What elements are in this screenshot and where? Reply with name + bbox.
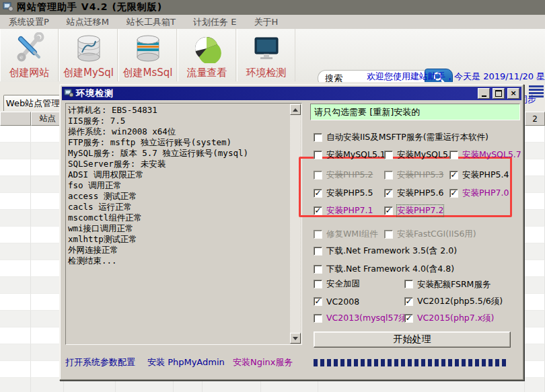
checkbox-php-7[interactable]: ✓安装PHP7.2	[384, 205, 449, 217]
monitor-icon	[251, 32, 282, 65]
dialog-titlebar[interactable]: 环境检测 ×	[62, 87, 521, 100]
checkbox-unchecked-icon[interactable]	[314, 247, 322, 256]
checkbox-vc-0[interactable]: ✓VC2008	[314, 297, 404, 307]
checkbox-repair-1: 安装FastCGI(IIS6用)	[384, 229, 476, 240]
table-cell	[525, 344, 545, 361]
checkbox-php-6[interactable]: ✓安装PHP7.1	[314, 205, 384, 217]
checkbox-php-3[interactable]: ✓安装PHP5.5	[314, 188, 384, 199]
table-cell	[525, 227, 545, 243]
progress-dashes	[314, 359, 509, 366]
mssql-database-icon	[133, 32, 164, 65]
checkbox-checked-icon[interactable]: ✓	[314, 297, 322, 306]
menu-item[interactable]: 计划任务 E	[184, 15, 245, 30]
close-button[interactable]: ×	[507, 88, 519, 99]
start-process-button[interactable]: 开始处理	[314, 331, 511, 348]
checkbox-checked-icon[interactable]: ✓	[404, 314, 413, 323]
table-cell	[0, 143, 31, 159]
scroll-down-button[interactable]	[290, 333, 301, 344]
checkbox-php-5[interactable]: ✓安装PHP7.0	[449, 188, 509, 199]
checkbox-label: 安装PHP5.5	[326, 188, 373, 199]
scroll-up-button[interactable]	[290, 104, 301, 115]
toolbar-button[interactable]: 创建网站	[0, 29, 59, 81]
checkbox-mysql-0[interactable]: 安装MySQL5.1	[314, 149, 384, 161]
log-scrollbar[interactable]	[290, 104, 301, 344]
checkbox-checked-icon[interactable]: ✓	[449, 189, 458, 198]
toolbar-button-label: 创建网站	[9, 67, 50, 79]
checkbox-label: 安装配额FSRM服务	[417, 280, 503, 288]
table-cell	[0, 227, 31, 243]
dialog-link[interactable]: 安装Nginx服务	[233, 356, 293, 368]
menu-item[interactable]: 系统设置P	[0, 15, 58, 30]
toolbar-button[interactable]: 创建MySql	[59, 29, 118, 81]
checkbox-php-2[interactable]: ✓安装PHP5.4	[449, 169, 509, 181]
toolbar-button[interactable]: 环境检测	[237, 29, 295, 81]
checkbox-php-4[interactable]: ✓安装PHP5.6	[384, 188, 449, 199]
checkbox-unchecked-icon[interactable]	[449, 151, 458, 159]
toolbar-button[interactable]: 创建MsSql	[118, 29, 177, 81]
checkbox-checked-icon[interactable]: ✓	[314, 189, 322, 198]
checkbox-net-1[interactable]: 下载.Net Framework 4.0(含4.8)	[314, 264, 454, 275]
checkbox-label: 安装PHP5.2	[326, 169, 373, 181]
checkbox-label: 安装PHP7.2	[397, 205, 443, 217]
dialog-link[interactable]: 打开系统参数配置	[65, 356, 135, 368]
mysql-database-icon	[73, 32, 104, 65]
table-header-cell[interactable]: 2	[525, 112, 545, 126]
maximize-button[interactable]	[493, 88, 505, 99]
table-cell	[0, 294, 31, 311]
checkbox-vc-1[interactable]: ✓VC2012(php5.5/6须)	[404, 296, 503, 307]
checkbox-security-1[interactable]: 安装配额FSRM服务	[404, 280, 512, 288]
checkbox-vc-3[interactable]: ✓VC2015(php7.x须)	[404, 313, 494, 324]
dialog-link[interactable]: 安装 PhpMyAdmin	[147, 356, 225, 368]
checkbox-label: 下载.Net Framework 4.0(含4.8)	[326, 264, 454, 275]
checkbox-row: VC2013(mysql57须)✓VC2015(php7.x须)	[314, 313, 494, 324]
checkbox-label: 下载.Net Framework 3.5(含 2.0)	[326, 245, 457, 257]
table-cell	[525, 143, 545, 159]
checkbox-checked-icon[interactable]: ✓	[384, 206, 393, 215]
checkbox-checked-icon[interactable]: ✓	[404, 297, 413, 306]
checkbox-checked-icon[interactable]: ✓	[314, 206, 322, 215]
table-header-cell[interactable]	[0, 112, 31, 126]
checkbox-unchecked-icon[interactable]	[384, 151, 393, 159]
tab-web-site-manage[interactable]: Web站点管理	[3, 95, 63, 111]
checkbox-mysql-2[interactable]: 安装MySQL5.7	[449, 149, 521, 161]
table-cell	[0, 327, 31, 344]
checkbox-label: 自动安装IIS及MSFTP服务(需重运行本软件)	[326, 132, 488, 143]
table-cell	[525, 243, 545, 260]
checkbox-label: VC2013(mysql57须)	[326, 313, 410, 324]
dialog-title: 环境检测	[76, 87, 475, 100]
table-cell	[0, 260, 31, 277]
table-cell	[525, 260, 545, 277]
checkbox-unchecked-icon[interactable]	[314, 151, 322, 159]
checkbox-unchecked-icon[interactable]	[314, 280, 322, 288]
table-cell	[0, 210, 31, 227]
checkbox-unchecked-icon[interactable]	[404, 280, 413, 288]
checkbox-mysql-1[interactable]: 安装MySQL5.6	[384, 149, 449, 161]
app-icon	[3, 1, 13, 14]
checkbox-label: VC2012(php5.5/6须)	[417, 296, 503, 307]
menu-item[interactable]: 关于H	[245, 15, 287, 30]
checkbox-label: 安全加固	[326, 278, 360, 290]
table-cell	[0, 344, 31, 361]
checkbox-unchecked-icon[interactable]	[314, 314, 322, 323]
tools-icon	[14, 32, 45, 65]
checkbox-checked-icon[interactable]: ✓	[449, 171, 458, 180]
table-cell	[525, 277, 545, 294]
checkbox-security-0[interactable]: 安全加固	[314, 278, 404, 290]
menu-item[interactable]: 站点迁移M	[58, 15, 118, 30]
checkbox-row: ✓安装PHP7.1✓安装PHP7.2	[314, 205, 449, 217]
checkbox-checked-icon[interactable]: ✓	[384, 189, 393, 198]
checkbox-vc-2[interactable]: VC2013(mysql57须)	[314, 313, 404, 324]
checkbox-unchecked-icon[interactable]	[314, 133, 322, 142]
env-check-dialog: 环境检测 × 计算机名: EBS-54831 IIS服务: 7.5 操作系统: …	[59, 84, 524, 381]
table-cell	[0, 361, 31, 378]
checkbox-unchecked-icon[interactable]	[314, 265, 322, 274]
checkbox-unchecked-icon	[384, 230, 393, 239]
checkbox-net-0[interactable]: 下载.Net Framework 3.5(含 2.0)	[314, 245, 457, 257]
toolbar-button[interactable]: 流量查看	[178, 29, 236, 81]
menu-item[interactable]: 站长工具箱T	[118, 15, 184, 30]
table-cell	[0, 277, 31, 294]
checkbox-iis-0[interactable]: 自动安装IIS及MSFTP服务(需重运行本软件)	[314, 132, 488, 143]
checkbox-label: 安装MySQL5.1	[326, 149, 386, 161]
minimize-button[interactable]	[478, 88, 490, 99]
table-cell	[525, 378, 545, 392]
